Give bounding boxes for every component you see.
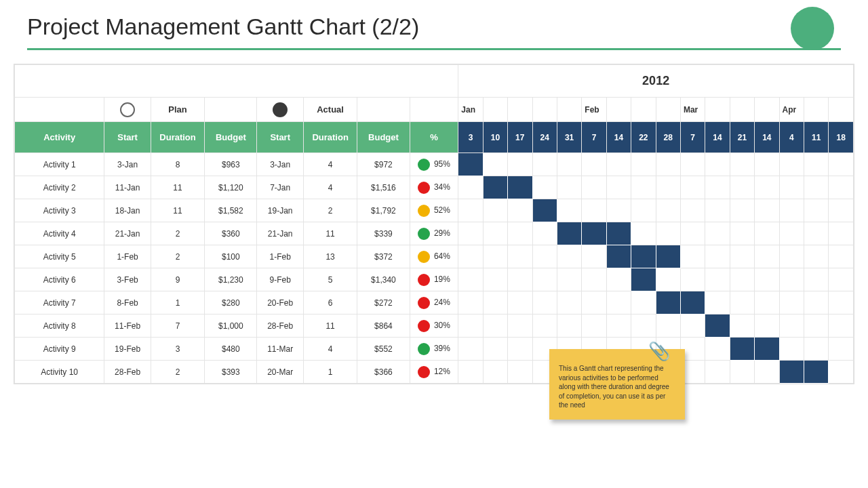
- hdr-actual-start: Start: [257, 122, 303, 153]
- actual-circle-icon: [257, 98, 303, 122]
- gantt-cell: [829, 314, 854, 338]
- gantt-cell: [705, 222, 730, 245]
- plan-duration: 2: [151, 245, 204, 268]
- percent-cell: 52%: [410, 199, 458, 222]
- gantt-cell: [779, 314, 804, 338]
- gantt-cell: [680, 268, 705, 291]
- activity-name: Activity 5: [15, 245, 104, 268]
- gantt-cell: [680, 291, 705, 314]
- gantt-cell: [829, 338, 854, 361]
- plan-duration: 3: [151, 338, 204, 361]
- actual-start: 20-Feb: [257, 291, 303, 314]
- plan-circle-icon: [104, 98, 151, 122]
- gantt-cell: [804, 176, 828, 199]
- day-header: 14: [606, 122, 631, 153]
- gantt-cell: [804, 361, 828, 384]
- year-label: 2012: [458, 65, 854, 98]
- gantt-cell: [656, 153, 680, 176]
- status-dot-icon: [418, 343, 430, 355]
- gantt-cell: [804, 268, 828, 291]
- plan-budget: $480: [205, 338, 257, 361]
- activity-name: Activity 3: [15, 199, 104, 222]
- gantt-cell: [705, 245, 730, 268]
- plan-duration: 2: [151, 222, 204, 245]
- gantt-cell: [755, 176, 779, 199]
- header-row: Activity Start Duration Budget Start Dur…: [15, 122, 854, 153]
- status-dot-icon: [418, 159, 430, 171]
- gantt-cell: [730, 222, 754, 245]
- plan-start: 3-Jan: [104, 153, 151, 176]
- sticky-note: 📎 This a Gantt chart representing the va…: [549, 349, 685, 420]
- month-label: [656, 98, 680, 122]
- gantt-cell: [532, 245, 557, 268]
- gantt-cell: [606, 153, 631, 176]
- plan-budget: $1,120: [205, 176, 257, 199]
- gantt-cell: [656, 291, 680, 314]
- plan-duration: 2: [151, 361, 204, 384]
- gantt-cell: [582, 199, 606, 222]
- actual-budget: $1,516: [357, 176, 410, 199]
- gantt-cell: [656, 222, 680, 245]
- gantt-cell: [680, 222, 705, 245]
- paperclip-icon: 📎: [648, 340, 670, 363]
- plan-duration: 8: [151, 153, 204, 176]
- percent-text: 64%: [434, 251, 450, 261]
- actual-duration: 5: [303, 268, 357, 291]
- gantt-cell: [582, 176, 606, 199]
- gantt-cell: [829, 222, 854, 245]
- plan-duration: 11: [151, 176, 204, 199]
- gantt-cell: [804, 314, 828, 338]
- gantt-cell: [705, 268, 730, 291]
- gantt-cell: [705, 199, 730, 222]
- gantt-cell: [730, 314, 754, 338]
- gantt-cell: [557, 222, 581, 245]
- gantt-cell: [483, 314, 507, 338]
- gantt-cell: [656, 268, 680, 291]
- gantt-cell: [532, 291, 557, 314]
- page-title: Project Management Gantt Chart (2/2): [27, 14, 841, 40]
- activity-name: Activity 1: [15, 153, 104, 176]
- activity-name: Activity 9: [15, 338, 104, 361]
- year-row: 2012: [15, 65, 854, 98]
- status-dot-icon: [418, 274, 430, 286]
- gantt-cell: [483, 268, 507, 291]
- day-header: 24: [532, 122, 557, 153]
- gantt-cell: [458, 199, 483, 222]
- day-header: 28: [656, 122, 680, 153]
- gantt-cell: [458, 338, 483, 361]
- plan-start: 28-Feb: [104, 361, 151, 384]
- gantt-cell: [458, 153, 483, 176]
- gantt-cell: [804, 199, 828, 222]
- gantt-cell: [705, 153, 730, 176]
- month-label: [730, 98, 754, 122]
- month-label: [483, 98, 507, 122]
- gantt-cell: [804, 153, 828, 176]
- actual-budget: $552: [357, 338, 410, 361]
- table-row: Activity 211-Jan11$1,1207-Jan4$1,51634%: [15, 176, 854, 199]
- table-row: Activity 421-Jan2$36021-Jan11$33929%: [15, 222, 854, 245]
- actual-duration: 11: [303, 314, 357, 338]
- gantt-cell: [532, 199, 557, 222]
- plan-start: 8-Feb: [104, 291, 151, 314]
- gantt-cell: [705, 338, 730, 361]
- gantt-cell: [483, 245, 507, 268]
- gantt-cell: [557, 314, 581, 338]
- actual-start: 28-Feb: [257, 314, 303, 338]
- actual-duration: 4: [303, 176, 357, 199]
- month-label: Jan: [458, 98, 483, 122]
- month-label: [606, 98, 631, 122]
- plan-budget: $393: [205, 361, 257, 384]
- plan-start: 3-Feb: [104, 268, 151, 291]
- gantt-cell: [680, 153, 705, 176]
- gantt-cell: [631, 268, 656, 291]
- gantt-cell: [606, 176, 631, 199]
- percent-cell: 30%: [410, 314, 458, 338]
- gantt-cell: [730, 199, 754, 222]
- plan-start: 11-Feb: [104, 314, 151, 338]
- gantt-cell: [508, 222, 532, 245]
- status-dot-icon: [418, 297, 430, 309]
- gantt-cell: [755, 338, 779, 361]
- plan-budget: $963: [205, 153, 257, 176]
- activity-name: Activity 4: [15, 222, 104, 245]
- gantt-cell: [483, 338, 507, 361]
